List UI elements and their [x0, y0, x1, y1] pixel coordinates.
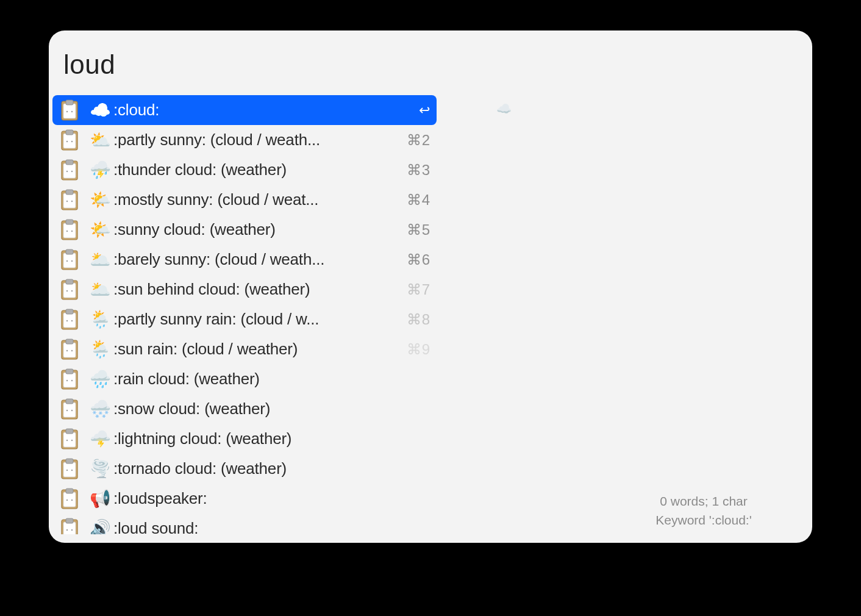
result-emoji-icon: 🌪️ [88, 459, 112, 479]
svg-point-9 [71, 140, 73, 141]
result-row[interactable]: 🌩️:lightning cloud: (weather) [52, 424, 437, 454]
result-label: :sunny cloud: (weather) [113, 220, 396, 239]
result-shortcut: ⌘3 [401, 162, 430, 179]
result-shortcut: ⌘7 [401, 281, 430, 298]
svg-rect-31 [63, 283, 76, 298]
result-label: :sun rain: (cloud / weather) [113, 340, 396, 359]
result-label: :tornado cloud: (weather) [113, 459, 396, 478]
svg-point-58 [66, 439, 68, 440]
svg-rect-2 [66, 100, 73, 105]
svg-rect-36 [63, 313, 76, 328]
svg-point-24 [71, 230, 73, 231]
svg-rect-37 [66, 309, 73, 314]
result-row[interactable]: 🌤️:sunny cloud: (weather)⌘5 [52, 215, 437, 245]
launcher-window: ☁️:cloud:↩ ⛅:partly sunny: (cloud / weat… [49, 30, 812, 543]
svg-rect-51 [63, 403, 76, 417]
result-row[interactable]: ⛅:partly sunny: (cloud / weath...⌘2 [52, 125, 437, 155]
svg-point-48 [66, 379, 68, 381]
svg-point-8 [66, 140, 68, 141]
svg-rect-67 [66, 489, 73, 493]
results-list: ☁️:cloud:↩ ⛅:partly sunny: (cloud / weat… [52, 95, 437, 534]
clipboard-icon [60, 249, 79, 271]
svg-rect-72 [66, 518, 73, 523]
svg-point-74 [71, 529, 73, 530]
result-row[interactable]: ⛈️:thunder cloud: (weather)⌘3 [52, 155, 437, 185]
svg-point-18 [66, 200, 68, 201]
result-emoji-icon: 🌦️ [88, 309, 112, 329]
result-emoji-icon: 🌤️ [88, 220, 112, 240]
svg-point-3 [66, 110, 68, 112]
clipboard-icon [60, 428, 79, 450]
svg-rect-57 [66, 429, 73, 434]
clipboard-icon [60, 368, 79, 390]
clipboard-icon [60, 99, 79, 121]
result-row[interactable]: 🌤️:mostly sunny: (cloud / weat...⌘4 [52, 185, 437, 215]
clipboard-icon [60, 398, 79, 420]
result-row[interactable]: 🌪️:tornado cloud: (weather) [52, 454, 437, 484]
svg-point-13 [66, 170, 68, 171]
result-label: :partly sunny: (cloud / weath... [113, 131, 396, 149]
svg-rect-16 [63, 193, 76, 208]
svg-rect-56 [63, 432, 76, 447]
result-emoji-icon: 🌨️ [88, 399, 112, 419]
result-shortcut: ⌘8 [401, 311, 430, 328]
svg-rect-52 [66, 399, 73, 404]
clipboard-icon [60, 129, 79, 151]
result-label: :loudspeaker: [113, 489, 396, 508]
svg-point-54 [71, 409, 73, 410]
search-input[interactable] [63, 45, 798, 84]
svg-point-63 [66, 469, 68, 470]
result-row[interactable]: 🌧️:rain cloud: (weather) [52, 364, 437, 394]
clipboard-icon [60, 309, 79, 331]
svg-rect-42 [66, 339, 73, 344]
svg-rect-26 [63, 253, 76, 268]
result-shortcut: ⌘4 [401, 192, 430, 209]
result-emoji-icon: ⛈️ [88, 160, 112, 180]
result-label: :thunder cloud: (weather) [113, 160, 396, 179]
result-row[interactable]: 🌦️:partly sunny rain: (cloud / w...⌘8 [52, 304, 437, 334]
svg-rect-66 [63, 492, 76, 507]
clipboard-icon [60, 488, 79, 510]
result-row[interactable]: 🌦️:sun rain: (cloud / weather)⌘9 [52, 334, 437, 364]
svg-point-38 [66, 320, 68, 321]
result-emoji-icon: 🌩️ [88, 429, 112, 449]
result-row[interactable]: 🔊:loud sound: [52, 514, 437, 534]
result-row[interactable]: ☁️:cloud:↩ [52, 95, 437, 125]
svg-rect-7 [66, 130, 73, 135]
svg-point-39 [71, 320, 73, 321]
result-label: :rain cloud: (weather) [113, 370, 396, 389]
svg-rect-46 [63, 373, 76, 387]
result-emoji-icon: ☁️ [88, 100, 112, 120]
result-row[interactable]: 🌥️:barely sunny: (cloud / weath...⌘6 [52, 245, 437, 274]
svg-point-19 [71, 200, 73, 201]
svg-rect-32 [66, 279, 73, 284]
clipboard-icon [60, 458, 79, 480]
clipboard-icon [60, 219, 79, 241]
result-row[interactable]: 📢:loudspeaker: [52, 484, 437, 514]
result-label: :barely sunny: (cloud / weath... [113, 250, 396, 269]
svg-rect-41 [63, 343, 76, 357]
result-emoji-icon: 🌥️ [88, 249, 112, 270]
footer-info: 0 words; 1 char Keyword ':cloud:' [612, 492, 795, 529]
result-emoji-icon: 🌧️ [88, 369, 112, 389]
svg-rect-27 [66, 249, 73, 254]
svg-rect-1 [63, 104, 76, 118]
svg-rect-22 [66, 220, 73, 224]
svg-point-64 [71, 469, 73, 470]
svg-point-73 [66, 529, 68, 530]
svg-rect-21 [63, 223, 76, 238]
clipboard-icon [60, 338, 79, 360]
result-shortcut: ⌘9 [401, 341, 430, 358]
result-row[interactable]: 🌥️:sun behind cloud: (weather)⌘7 [52, 274, 437, 304]
svg-point-53 [66, 409, 68, 410]
clipboard-icon [60, 518, 79, 535]
footer-line-2: Keyword ':cloud:' [612, 511, 795, 529]
result-row[interactable]: 🌨️:snow cloud: (weather) [52, 394, 437, 424]
result-emoji-icon: 🔊 [88, 518, 112, 534]
clipboard-icon [60, 159, 79, 181]
svg-rect-17 [66, 190, 73, 195]
result-label: :lightning cloud: (weather) [113, 429, 396, 448]
svg-rect-12 [66, 160, 73, 165]
svg-rect-47 [66, 369, 73, 374]
svg-point-69 [71, 499, 73, 500]
